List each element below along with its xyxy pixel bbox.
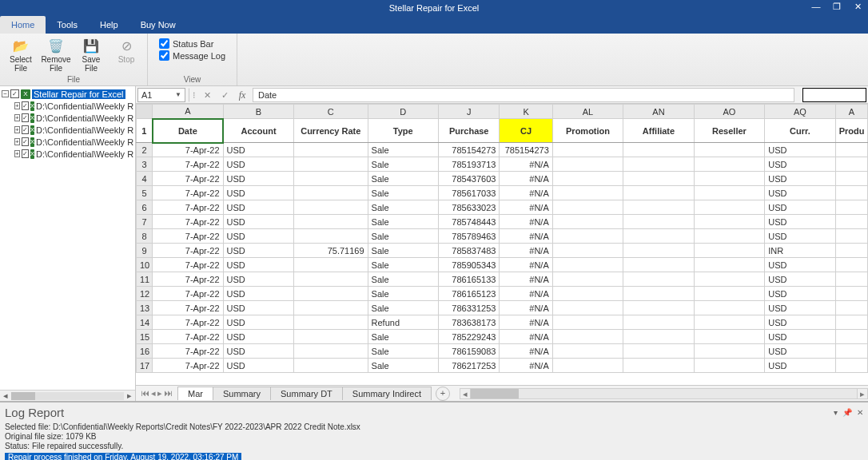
cell[interactable]: [835, 301, 867, 315]
cell[interactable]: USD: [765, 200, 835, 215]
tree-collapse-icon[interactable]: −: [2, 90, 9, 97]
cell[interactable]: 785154273: [500, 143, 552, 157]
tree-root-label[interactable]: Stellar Repair for Excel: [32, 89, 125, 99]
name-box[interactable]: A1 ▼: [137, 88, 185, 102]
cell[interactable]: USD: [765, 287, 835, 301]
header-cell[interactable]: Currency Rate: [294, 119, 368, 143]
tree-checkbox[interactable]: ✓: [22, 101, 29, 110]
cell[interactable]: [694, 143, 764, 157]
cell[interactable]: Sale: [368, 172, 438, 186]
save-file-button[interactable]: 💾 Save File: [75, 35, 107, 74]
cell[interactable]: 785905343: [439, 258, 500, 272]
row-header[interactable]: 10: [137, 258, 153, 272]
cell[interactable]: USD: [223, 143, 293, 157]
cell[interactable]: [294, 287, 368, 301]
formula-accept-icon[interactable]: ✓: [217, 88, 232, 102]
cell[interactable]: [623, 229, 694, 244]
spreadsheet-grid[interactable]: ABCDJKALANAOAQA1DateAccountCurrency Rate…: [136, 104, 868, 373]
cell[interactable]: [623, 258, 694, 272]
cell[interactable]: 7-Apr-22: [153, 330, 223, 344]
cell[interactable]: 786217253: [439, 359, 500, 373]
cell[interactable]: Sale: [368, 287, 438, 301]
row-header[interactable]: 11: [137, 272, 153, 287]
tree-hscrollbar[interactable]: ◂ ▸: [0, 390, 135, 401]
cell[interactable]: [835, 186, 867, 200]
row-header-1[interactable]: 1: [137, 119, 153, 143]
cell[interactable]: [294, 215, 368, 229]
row-header[interactable]: 2: [137, 143, 153, 157]
cell[interactable]: Refund: [368, 315, 438, 330]
row-header[interactable]: 5: [137, 186, 153, 200]
formula-cancel-icon[interactable]: ✕: [200, 88, 214, 102]
cell[interactable]: [694, 200, 764, 215]
row-header[interactable]: 13: [137, 301, 153, 315]
tree-expand-icon[interactable]: +: [14, 150, 20, 157]
cell[interactable]: [835, 229, 867, 244]
cell[interactable]: [694, 157, 764, 172]
menu-tools[interactable]: Tools: [46, 16, 89, 34]
cell[interactable]: [552, 143, 623, 157]
cell[interactable]: [835, 215, 867, 229]
cell[interactable]: [623, 272, 694, 287]
cell[interactable]: [552, 157, 623, 172]
cell[interactable]: #N/A: [500, 200, 552, 215]
cell[interactable]: [294, 258, 368, 272]
sheet-nav-first[interactable]: ⏮: [141, 388, 149, 399]
cell[interactable]: [835, 244, 867, 258]
cell[interactable]: USD: [765, 186, 835, 200]
cell[interactable]: Sale: [368, 157, 438, 172]
cell[interactable]: 786165123: [439, 287, 500, 301]
cell[interactable]: #N/A: [500, 301, 552, 315]
row-header[interactable]: 12: [137, 287, 153, 301]
cell[interactable]: [694, 186, 764, 200]
col-header-C[interactable]: C: [294, 105, 368, 119]
cell[interactable]: #N/A: [500, 258, 552, 272]
cell[interactable]: USD: [223, 359, 293, 373]
header-cell[interactable]: Purchase: [439, 119, 500, 143]
header-cell[interactable]: Promotion: [552, 119, 623, 143]
cell[interactable]: [552, 359, 623, 373]
cell[interactable]: [552, 244, 623, 258]
cell[interactable]: USD: [765, 143, 835, 157]
sheet-hscrollbar[interactable]: ◂ ▸: [460, 388, 868, 399]
cell[interactable]: USD: [765, 215, 835, 229]
cell[interactable]: 786331253: [439, 301, 500, 315]
cell[interactable]: USD: [765, 330, 835, 344]
cell[interactable]: #N/A: [500, 229, 552, 244]
cell[interactable]: #N/A: [500, 272, 552, 287]
log-dropdown-icon[interactable]: ▾: [834, 408, 838, 417]
cell[interactable]: USD: [765, 258, 835, 272]
tree-item-label[interactable]: D:\Confidential\Weekly R: [36, 149, 133, 159]
cell[interactable]: [552, 287, 623, 301]
cell[interactable]: USD: [223, 157, 293, 172]
cell[interactable]: 75.71169: [294, 244, 368, 258]
cell[interactable]: [552, 315, 623, 330]
cell[interactable]: 7-Apr-22: [153, 229, 223, 244]
cell[interactable]: [623, 315, 694, 330]
cell[interactable]: 785193713: [439, 157, 500, 172]
select-file-button[interactable]: 📂 Select File: [5, 35, 37, 74]
cell[interactable]: [552, 272, 623, 287]
add-sheet-button[interactable]: +: [436, 387, 450, 401]
sheet-tab-active[interactable]: Mar: [177, 387, 213, 400]
cell[interactable]: 7-Apr-22: [153, 215, 223, 229]
sheet-tab[interactable]: Summary: [213, 387, 271, 400]
cell[interactable]: [552, 258, 623, 272]
row-header[interactable]: 15: [137, 330, 153, 344]
cell[interactable]: #N/A: [500, 244, 552, 258]
col-header-B[interactable]: B: [223, 105, 293, 119]
col-header-K[interactable]: K: [500, 105, 552, 119]
tree-checkbox[interactable]: ✓: [22, 149, 29, 158]
cell[interactable]: USD: [223, 301, 293, 315]
tree-item-label[interactable]: D:\Confidential\Weekly R: [36, 125, 133, 135]
cell[interactable]: 7-Apr-22: [153, 258, 223, 272]
cell[interactable]: [294, 315, 368, 330]
cell[interactable]: [835, 200, 867, 215]
cell[interactable]: Sale: [368, 215, 438, 229]
cell[interactable]: [552, 229, 623, 244]
cell[interactable]: [294, 186, 368, 200]
formula-value[interactable]: Date: [253, 88, 794, 102]
cell[interactable]: USD: [223, 287, 293, 301]
cell[interactable]: [294, 229, 368, 244]
cell[interactable]: Sale: [368, 258, 438, 272]
